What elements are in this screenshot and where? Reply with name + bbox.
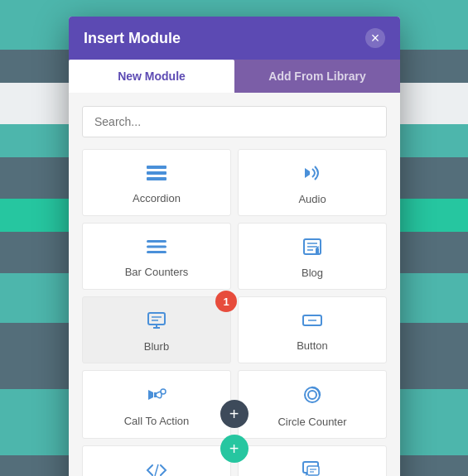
- svg-rect-5: [147, 246, 166, 248]
- svg-rect-1: [147, 171, 166, 175]
- bottom-bar: + +: [220, 400, 248, 463]
- module-bar-counters[interactable]: Bar Counters: [82, 223, 231, 290]
- comments-icon: [301, 459, 324, 476]
- circle-counter-icon: [302, 384, 323, 409]
- svg-point-19: [161, 389, 166, 394]
- audio-icon: [302, 163, 323, 186]
- module-blog[interactable]: Blog: [238, 223, 387, 290]
- module-comments[interactable]: Comments: [238, 445, 387, 476]
- add-green-button[interactable]: +: [220, 435, 248, 463]
- module-call-to-action-label: Call To Action: [124, 415, 190, 427]
- modal-title: Insert Module: [84, 30, 181, 47]
- close-button[interactable]: ×: [365, 28, 385, 48]
- modal-header: Insert Module ×: [69, 17, 400, 60]
- add-dark-button[interactable]: +: [220, 400, 248, 428]
- module-audio[interactable]: Audio: [238, 149, 387, 216]
- svg-point-21: [308, 391, 316, 399]
- blurb-icon: [146, 310, 167, 334]
- module-code[interactable]: Code: [82, 445, 231, 476]
- button-icon: [301, 311, 324, 333]
- svg-rect-4: [147, 240, 166, 243]
- code-icon: [145, 461, 168, 476]
- svg-line-22: [155, 464, 158, 476]
- module-bar-counters-label: Bar Counters: [125, 266, 189, 278]
- tab-add-from-library[interactable]: Add From Library: [234, 60, 400, 93]
- module-accordion[interactable]: Accordion: [82, 149, 231, 216]
- search-input[interactable]: [82, 106, 387, 137]
- module-circle-counter[interactable]: Circle Counter: [238, 370, 387, 439]
- tab-new-module[interactable]: New Module: [69, 60, 234, 93]
- module-call-to-action[interactable]: Call To Action: [82, 370, 231, 439]
- svg-marker-3: [305, 168, 310, 178]
- module-button[interactable]: Button: [238, 296, 387, 363]
- module-circle-counter-label: Circle Counter: [277, 416, 346, 428]
- module-blurb[interactable]: 1 Blurb: [82, 296, 231, 363]
- module-audio-label: Audio: [298, 193, 326, 205]
- svg-rect-0: [147, 166, 166, 169]
- module-blog-label: Blog: [302, 267, 323, 279]
- module-accordion-label: Accordion: [133, 192, 181, 204]
- call-to-action-icon: [145, 385, 168, 408]
- accordion-icon: [145, 164, 168, 185]
- svg-rect-2: [147, 177, 166, 180]
- svg-rect-24: [307, 466, 319, 475]
- svg-rect-6: [147, 251, 166, 253]
- blurb-badge: 1: [215, 291, 237, 312]
- svg-rect-12: [148, 313, 165, 325]
- modal-tabs: New Module Add From Library: [69, 60, 400, 93]
- bar-counters-icon: [145, 238, 168, 259]
- blog-icon: [302, 237, 323, 260]
- module-blurb-label: Blurb: [144, 340, 169, 353]
- module-button-label: Button: [297, 339, 328, 352]
